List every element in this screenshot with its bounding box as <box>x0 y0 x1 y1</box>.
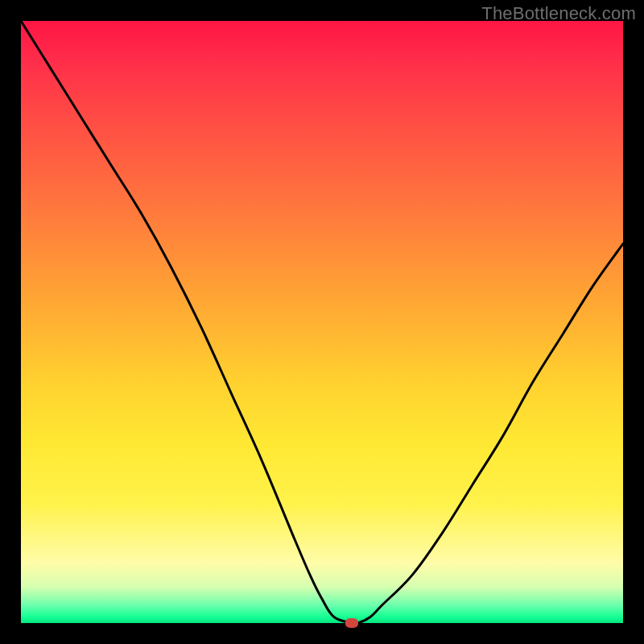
curve-minimum-marker <box>345 618 358 628</box>
chart-plot-area <box>21 21 623 623</box>
chart-frame: TheBottleneck.com <box>0 0 644 644</box>
bottleneck-curve <box>21 21 623 623</box>
